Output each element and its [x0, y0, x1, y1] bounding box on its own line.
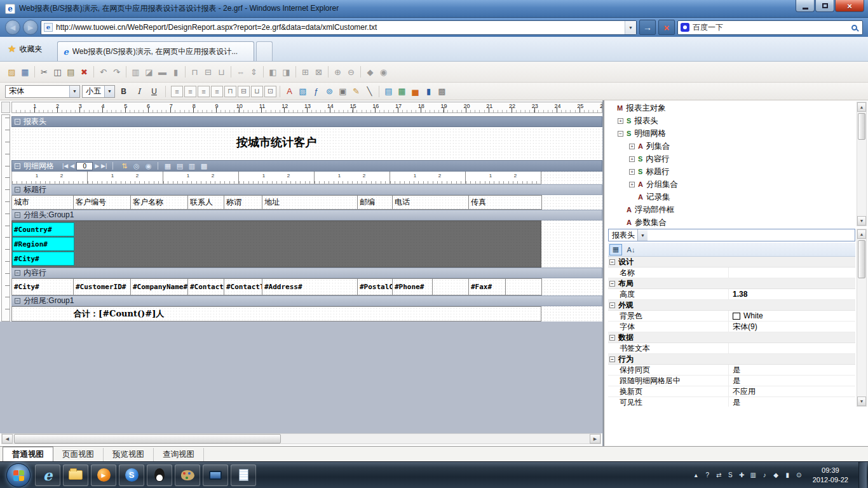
- ungroup-icon[interactable]: ⊠: [312, 65, 325, 78]
- header-cell[interactable]: 联系人: [188, 195, 224, 210]
- property-row-backcolor[interactable]: 背景色 White: [608, 311, 855, 322]
- group-icon[interactable]: ⊞: [299, 65, 312, 78]
- settings-icon[interactable]: ⊙: [796, 471, 803, 478]
- expand-icon[interactable]: +: [629, 144, 635, 149]
- field-cell[interactable]: #CompanyName#: [131, 278, 188, 295]
- group-footer-row[interactable]: 合计：[#Count()#]人: [11, 306, 541, 322]
- record-number-box[interactable]: 0: [76, 162, 93, 170]
- scroll-left-icon[interactable]: ◀: [2, 434, 13, 444]
- tree-item-floating-frame[interactable]: A 浮动部件框: [608, 203, 855, 216]
- taskbar-sogou-button[interactable]: S: [119, 464, 144, 486]
- scroll-right-icon[interactable]: ▶: [590, 434, 600, 444]
- scrollbar-thumb[interactable]: [858, 113, 865, 140]
- split-cells-icon[interactable]: ◪: [142, 65, 156, 78]
- header-cell[interactable]: 电话: [393, 195, 469, 210]
- scroll-down-icon[interactable]: ▼: [857, 396, 866, 406]
- last-record-button[interactable]: ▶|: [101, 163, 107, 169]
- show-desktop-button[interactable]: [858, 462, 867, 488]
- horizontal-scrollbar[interactable]: ◀ ▶: [1, 433, 601, 444]
- line-icon[interactable]: ╲: [363, 85, 376, 98]
- grid-layout-4-icon[interactable]: ▩: [198, 161, 209, 170]
- sogou-input-icon[interactable]: S: [727, 471, 734, 478]
- hyperlink-icon[interactable]: ⊚: [323, 85, 336, 98]
- property-row-keep-together[interactable]: 保持同页 是: [608, 365, 855, 376]
- valign-bottom-icon[interactable]: ⊔: [251, 86, 263, 97]
- valign-top-icon[interactable]: ⊓: [224, 86, 236, 97]
- field-cell[interactable]: #ContactT: [224, 278, 262, 295]
- taskbar-explorer-button[interactable]: [63, 464, 88, 486]
- wrap-text-icon[interactable]: ⊡: [264, 86, 276, 97]
- property-category-data[interactable]: − 数据: [608, 332, 855, 343]
- tree-item-report-main[interactable]: M 报表主对象: [608, 102, 855, 114]
- expand-icon[interactable]: +: [629, 156, 635, 162]
- font-size-combo[interactable]: 小五 ▼: [82, 85, 115, 98]
- help-icon[interactable]: ?: [704, 471, 711, 478]
- report-title-text[interactable]: 按城市统计客户: [11, 135, 541, 150]
- grid-layout-2-icon[interactable]: ▤: [174, 161, 185, 170]
- send-to-back-icon[interactable]: ◨: [280, 65, 293, 78]
- battery-icon[interactable]: ▮: [784, 471, 791, 478]
- property-row-new-page[interactable]: 换新页 不应用: [608, 386, 855, 397]
- expand-icon[interactable]: +: [629, 169, 635, 175]
- band-detail-grid-bar[interactable]: − 明细网格 |◀ ◀ 0 ▶ ▶| ⇅◎◉▦▤▥▩: [11, 160, 602, 172]
- new-tab-button[interactable]: [256, 41, 273, 61]
- band-report-header-bar[interactable]: − 报表头: [11, 116, 602, 127]
- header-cell[interactable]: 邮编: [358, 195, 393, 210]
- property-value[interactable]: [729, 343, 855, 353]
- go-button[interactable]: →: [639, 20, 656, 35]
- forward-button[interactable]: ▶: [23, 20, 38, 35]
- stop-button[interactable]: ×: [658, 20, 675, 35]
- align-left-icon[interactable]: ≡: [171, 86, 183, 97]
- url-dropdown-button[interactable]: ▼: [625, 21, 636, 34]
- close-button[interactable]: ×: [835, 0, 864, 12]
- insert-row-icon[interactable]: ▬: [156, 65, 169, 78]
- taskbar-remote-button[interactable]: [203, 464, 228, 486]
- tab-page-view[interactable]: 页面视图: [53, 448, 104, 461]
- tab-query-view[interactable]: 查询视图: [154, 448, 204, 461]
- network-icon[interactable]: ▥: [750, 471, 757, 478]
- collapse-icon[interactable]: −: [15, 270, 20, 276]
- tab-preview-view[interactable]: 预览视图: [104, 448, 154, 461]
- start-button[interactable]: [6, 463, 31, 487]
- show-hidden-icons-icon[interactable]: ▴: [693, 471, 700, 478]
- next-record-button[interactable]: ▶: [95, 163, 99, 169]
- taskbar-notepad-button[interactable]: [231, 464, 256, 486]
- zoom-out-icon[interactable]: ⊖: [344, 65, 358, 78]
- collapse-icon[interactable]: −: [15, 119, 20, 125]
- property-grid-scrollbar[interactable]: ▲ ▼: [857, 229, 867, 407]
- minimize-button[interactable]: [796, 0, 815, 12]
- field-cell[interactable]: [433, 278, 469, 295]
- sort-icon[interactable]: ⇅: [119, 161, 130, 170]
- collapse-icon[interactable]: −: [609, 302, 615, 308]
- chart-icon[interactable]: ▅: [409, 85, 422, 98]
- format-painter-icon[interactable]: ▩: [435, 85, 449, 98]
- antivirus-icon[interactable]: ✚: [738, 471, 745, 478]
- field-cell[interactable]: #Fax#: [469, 278, 506, 295]
- merge-cells-icon[interactable]: ▥: [129, 65, 142, 78]
- search-box[interactable]: 百度一下: [677, 20, 863, 35]
- property-value[interactable]: 是: [729, 365, 855, 375]
- property-value[interactable]: 宋体(9): [729, 322, 855, 332]
- group-header-area[interactable]: #Country# #Region# #City#: [11, 220, 541, 268]
- valign-middle-icon[interactable]: ⊟: [238, 86, 250, 97]
- find-icon[interactable]: ◉: [143, 161, 154, 170]
- filter-icon[interactable]: ◎: [131, 161, 142, 170]
- header-cell[interactable]: 客户编号: [74, 195, 131, 210]
- band-content-row-bar[interactable]: − 内容行: [11, 268, 602, 278]
- font-color-icon[interactable]: A: [283, 85, 296, 98]
- align-justify-icon[interactable]: ≡: [211, 86, 223, 97]
- property-value[interactable]: [729, 268, 855, 278]
- property-value[interactable]: White: [729, 311, 855, 321]
- image-icon[interactable]: ▦: [395, 85, 409, 98]
- property-row-font[interactable]: 字体 宋体(9): [608, 322, 855, 332]
- align-bottom-icon[interactable]: ⊔: [215, 65, 228, 78]
- grid-layout-1-icon[interactable]: ▦: [162, 161, 173, 170]
- tree-item-title-row[interactable]: + S 标题行: [608, 165, 855, 178]
- expand-icon[interactable]: +: [618, 118, 623, 124]
- prev-record-button[interactable]: ◀: [70, 163, 74, 169]
- tree-item-column-collection[interactable]: + A 列集合: [608, 140, 855, 152]
- property-category-appearance[interactable]: − 外观: [608, 300, 855, 311]
- taskbar-qq-button[interactable]: [147, 464, 172, 486]
- header-cell[interactable]: 客户名称: [131, 195, 188, 210]
- save-icon[interactable]: ▦: [18, 65, 32, 78]
